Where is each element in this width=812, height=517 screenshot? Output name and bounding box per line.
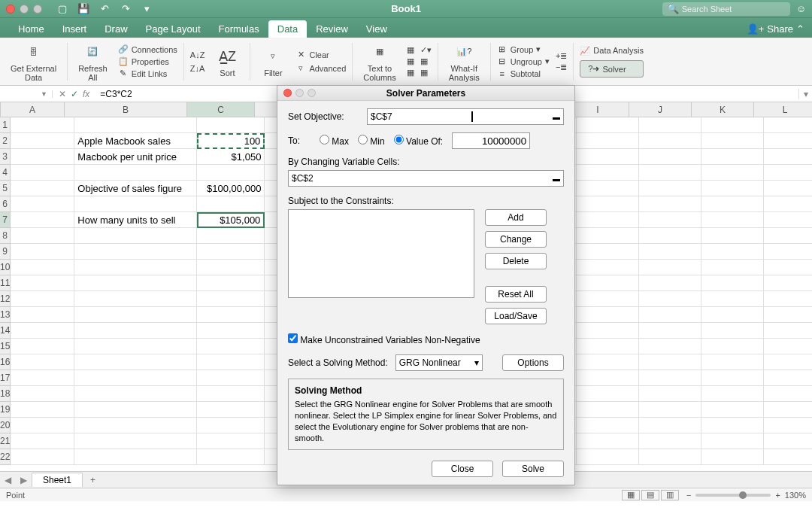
cell-A5[interactable]	[11, 181, 74, 196]
cell-B7[interactable]: How many units to sell	[74, 212, 197, 228]
cell-K18[interactable]	[701, 386, 764, 402]
cell-C18[interactable]	[197, 386, 265, 402]
cell-A9[interactable]	[11, 244, 74, 260]
cell-J13[interactable]	[639, 307, 701, 323]
cell-I1[interactable]	[577, 117, 639, 133]
cell-K3[interactable]	[701, 149, 764, 165]
cell-J1[interactable]	[639, 117, 701, 133]
cell-L3[interactable]	[764, 149, 812, 165]
dialog-close-icon[interactable]	[283, 89, 292, 97]
cell-B14[interactable]	[74, 323, 197, 339]
enter-formula-icon[interactable]: ✓	[71, 89, 78, 99]
subtotal-button[interactable]: ≡Subtotal	[497, 68, 550, 79]
search-sheet[interactable]: 🔍	[662, 2, 790, 16]
row-header-2[interactable]: 2	[0, 133, 11, 149]
cell-K5[interactable]	[701, 181, 764, 196]
tab-page-layout[interactable]: Page Layout	[137, 20, 210, 38]
column-header-A[interactable]: A	[1, 102, 65, 117]
column-header-C[interactable]: C	[187, 102, 255, 117]
cell-C16[interactable]	[197, 354, 265, 370]
zoom-window-icon[interactable]	[33, 5, 42, 14]
row-header-7[interactable]: 7	[0, 212, 11, 228]
cell-K4[interactable]	[701, 165, 764, 181]
cell-A14[interactable]	[11, 323, 74, 339]
row-header-17[interactable]: 17	[0, 370, 11, 386]
cell-L1[interactable]	[764, 117, 812, 133]
cell-J15[interactable]	[639, 339, 701, 354]
cell-I21[interactable]	[577, 433, 639, 449]
cell-B12[interactable]	[74, 291, 197, 307]
cell-B17[interactable]	[74, 370, 197, 386]
row-header-15[interactable]: 15	[0, 339, 11, 354]
row-header-16[interactable]: 16	[0, 354, 11, 370]
cell-A16[interactable]	[11, 354, 74, 370]
cell-C19[interactable]	[197, 402, 265, 418]
search-input[interactable]	[682, 5, 786, 14]
reset-all-button[interactable]: Reset All	[485, 286, 547, 303]
cell-A10[interactable]	[11, 260, 74, 275]
row-header-9[interactable]: 9	[0, 244, 11, 260]
cancel-formula-icon[interactable]: ✕	[59, 89, 66, 99]
close-button[interactable]: Close	[432, 461, 493, 477]
cell-L20[interactable]	[764, 418, 812, 433]
tab-view[interactable]: View	[357, 20, 396, 38]
row-header-18[interactable]: 18	[0, 386, 11, 402]
ungroup-button[interactable]: ⊟Ungroup ▾	[497, 56, 550, 67]
cell-A6[interactable]	[11, 196, 74, 212]
cell-J17[interactable]	[639, 370, 701, 386]
consolidate-icon[interactable]: ▦	[407, 68, 414, 78]
get-external-data[interactable]: 🗄 Get External Data	[6, 41, 61, 82]
cell-L13[interactable]	[764, 307, 812, 323]
sheet-nav-next[interactable]: ▶	[16, 475, 32, 485]
cell-A20[interactable]	[11, 418, 74, 433]
cell-I4[interactable]	[577, 165, 639, 181]
cell-B8[interactable]	[74, 228, 197, 244]
cell-J21[interactable]	[639, 433, 701, 449]
share-button[interactable]: 👤+Share⌃	[739, 20, 812, 38]
range-picker-icon[interactable]: ▬	[553, 113, 560, 121]
change-constraint-button[interactable]: Change	[485, 231, 547, 248]
cell-K21[interactable]	[701, 433, 764, 449]
cell-A4[interactable]	[11, 165, 74, 181]
cell-C4[interactable]	[197, 165, 265, 181]
row-header-6[interactable]: 6	[0, 196, 11, 212]
customize-qat-icon[interactable]: ▾	[140, 2, 153, 16]
group-button[interactable]: ⊞Group ▾	[497, 44, 550, 55]
cell-L21[interactable]	[764, 433, 812, 449]
cell-B15[interactable]	[74, 339, 197, 354]
cell-A22[interactable]	[11, 449, 74, 465]
cell-L11[interactable]	[764, 275, 812, 291]
expand-formula-bar-icon[interactable]: ▾	[798, 89, 812, 99]
cell-J5[interactable]	[639, 181, 701, 196]
cell-I6[interactable]	[577, 196, 639, 212]
save-icon[interactable]: 💾	[77, 2, 90, 16]
cell-I18[interactable]	[577, 386, 639, 402]
cell-B11[interactable]	[74, 275, 197, 291]
row-header-1[interactable]: 1	[0, 117, 11, 133]
hide-detail-icon[interactable]: −≣	[556, 62, 567, 72]
datamodel-icon[interactable]: ▦	[420, 68, 432, 78]
cell-B20[interactable]	[74, 418, 197, 433]
cell-K20[interactable]	[701, 418, 764, 433]
cell-I10[interactable]	[577, 260, 639, 275]
cell-A13[interactable]	[11, 307, 74, 323]
row-header-20[interactable]: 20	[0, 418, 11, 433]
cell-A19[interactable]	[11, 402, 74, 418]
cell-C3[interactable]: $1,050	[197, 149, 265, 165]
feedback-icon[interactable]: ☺	[796, 3, 806, 14]
cell-C5[interactable]: $100,00,000	[197, 181, 265, 196]
cell-C14[interactable]	[197, 323, 265, 339]
cell-C22[interactable]	[197, 449, 265, 465]
cell-C20[interactable]	[197, 418, 265, 433]
cell-I5[interactable]	[577, 181, 639, 196]
tab-draw[interactable]: Draw	[95, 20, 136, 38]
column-header-B[interactable]: B	[65, 102, 187, 117]
cell-K8[interactable]	[701, 228, 764, 244]
edit-links-button[interactable]: ✎Edit Links	[118, 68, 177, 79]
normal-view-icon[interactable]: ▦	[622, 490, 640, 500]
cell-C7[interactable]: $105,000	[197, 212, 265, 228]
cell-A21[interactable]	[11, 433, 74, 449]
minimize-window-icon[interactable]	[20, 5, 29, 14]
radio-max[interactable]: Max	[320, 135, 349, 147]
cell-B9[interactable]	[74, 244, 197, 260]
